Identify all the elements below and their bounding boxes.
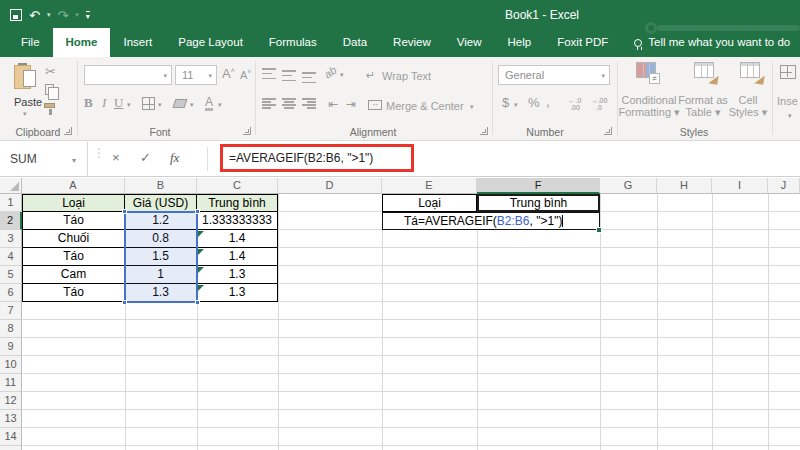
comma-style-button[interactable]: , [546, 93, 550, 109]
decrease-indent-icon[interactable]: ⇤ [328, 97, 338, 111]
column-header-A[interactable]: A [22, 178, 125, 194]
row-header-1[interactable]: 1 [0, 194, 22, 212]
font-color-icon[interactable]: A [205, 96, 213, 111]
format-painter-icon[interactable] [44, 103, 55, 108]
tab-data[interactable]: Data [330, 28, 380, 57]
chevron-down-icon[interactable]: ▾ [208, 72, 212, 80]
cell-A2[interactable]: Táo [22, 212, 125, 230]
tab-help[interactable]: Help [495, 28, 545, 57]
grow-font-button[interactable]: A˄ [222, 66, 235, 81]
borders-dropdown-icon[interactable]: ▾ [158, 101, 162, 109]
font-size-combo[interactable]: 11 ▾ [175, 65, 217, 85]
merge-center-dropdown-icon[interactable]: ▾ [470, 103, 474, 111]
selection-handle[interactable] [122, 209, 127, 214]
cell-A5[interactable]: Cam [22, 266, 125, 284]
fill-handle[interactable] [596, 227, 602, 233]
borders-icon[interactable] [142, 97, 155, 110]
fill-color-dropdown-icon[interactable]: ▾ [190, 101, 194, 109]
selection-handle[interactable] [195, 209, 200, 214]
formula-bar-handle[interactable]: ⋮ [93, 150, 105, 156]
align-bottom-icon[interactable] [302, 72, 316, 83]
number-format-combo[interactable]: General ▾ [498, 65, 610, 85]
align-left-icon[interactable] [262, 98, 276, 109]
alignment-dialog-launcher-icon[interactable] [480, 127, 488, 135]
column-header-I[interactable]: I [712, 178, 768, 194]
cancel-icon[interactable]: × [112, 150, 120, 165]
merge-center-icon[interactable] [368, 100, 382, 110]
cell-C5[interactable]: 1.3 [197, 266, 278, 284]
row-header-9[interactable]: 9 [0, 338, 22, 356]
decrease-decimal-icon[interactable]: →.00 .0 [588, 97, 610, 111]
tab-review[interactable]: Review [380, 28, 444, 57]
paste-label[interactable]: Paste [14, 96, 42, 108]
tab-file[interactable]: File [8, 28, 53, 57]
column-header-B[interactable]: B [125, 178, 197, 194]
format-as-table-button[interactable]: Format asTable ▾ [672, 94, 734, 118]
redo-icon[interactable]: ↷ [57, 9, 68, 22]
enter-icon[interactable]: ✓ [140, 150, 151, 165]
paste-button[interactable] [14, 63, 38, 91]
customize-qat-icon[interactable]: ▾ [86, 11, 90, 20]
column-header-J[interactable]: J [768, 178, 800, 194]
fill-color-icon[interactable] [173, 99, 188, 108]
cell-C2[interactable]: 1.333333333 [197, 212, 278, 230]
cell-C1[interactable]: Trung bình [197, 194, 278, 212]
increase-indent-icon[interactable]: ⇥ [346, 97, 356, 111]
merge-center-label[interactable]: Merge & Center [386, 100, 464, 112]
orientation-dropdown-icon[interactable]: ▾ [340, 71, 344, 79]
cell-A1[interactable]: Loại [22, 194, 125, 212]
row-header-6[interactable]: 6 [0, 284, 22, 302]
selection-handle[interactable] [195, 300, 200, 305]
select-all-button[interactable] [0, 178, 22, 194]
column-header-D[interactable]: D [278, 178, 382, 194]
row-header-2[interactable]: 2 [0, 212, 22, 230]
row-header-14[interactable]: 14 [0, 428, 22, 446]
name-box[interactable]: SUM ▾ [0, 142, 88, 176]
italic-button[interactable]: I [102, 95, 106, 111]
tab-insert[interactable]: Insert [110, 28, 165, 57]
wrap-text-icon[interactable]: ↵ [366, 69, 375, 82]
cell-C6[interactable]: 1.3 [197, 284, 278, 302]
column-header-G[interactable]: G [600, 178, 657, 194]
cell-A3[interactable]: Chuối [22, 230, 125, 248]
save-icon[interactable] [10, 9, 22, 21]
cell-C4[interactable]: 1.4 [197, 248, 278, 266]
worksheet-grid[interactable]: ABCDEFGHIJ123456789101112131415LoạiGiá (… [0, 178, 800, 450]
selected-range-B2-B6[interactable] [124, 211, 198, 303]
row-header-8[interactable]: 8 [0, 320, 22, 338]
currency-button[interactable]: $ [502, 95, 509, 110]
paste-dropdown-icon[interactable]: ▾ [23, 110, 27, 118]
row-header-15[interactable]: 15 [0, 446, 22, 450]
underline-button[interactable]: U [114, 95, 123, 111]
cell-F1[interactable]: Trung bình [477, 194, 600, 212]
selection-handle[interactable] [122, 300, 127, 305]
chevron-down-icon[interactable]: ▾ [601, 72, 605, 80]
shrink-font-button[interactable]: A˅ [240, 68, 251, 81]
underline-dropdown-icon[interactable]: ▾ [127, 101, 131, 109]
align-top-icon[interactable] [262, 68, 276, 79]
cell-editor-F2[interactable]: Tá=AVERAGEIF(B2:B6, ">1") [382, 212, 600, 230]
currency-dropdown-icon[interactable]: ▾ [514, 101, 518, 109]
orientation-icon[interactable]: ab [322, 64, 339, 81]
font-color-dropdown-icon[interactable]: ▾ [218, 101, 222, 109]
chevron-down-icon[interactable]: ▾ [163, 72, 167, 80]
row-header-10[interactable]: 10 [0, 356, 22, 374]
clipboard-dialog-launcher-icon[interactable] [64, 127, 72, 135]
row-header-5[interactable]: 5 [0, 266, 22, 284]
tab-tell-me-what-you-want-to-do[interactable]: Tell me what you want to do [621, 28, 800, 57]
cell-B1[interactable]: Giá (USD) [125, 194, 197, 212]
number-dialog-launcher-icon[interactable] [604, 127, 612, 135]
cell-C3[interactable]: 1.4 [197, 230, 278, 248]
copy-icon[interactable] [45, 84, 54, 95]
insert-button-label[interactable]: Inse [777, 95, 798, 107]
row-header-3[interactable]: 3 [0, 230, 22, 248]
insert-cells-icon[interactable] [780, 65, 796, 79]
tab-formulas[interactable]: Formulas [256, 28, 330, 57]
insert-function-icon[interactable]: fx [170, 150, 179, 166]
bold-button[interactable]: B [84, 95, 93, 111]
tab-foxit-pdf[interactable]: Foxit PDF [544, 28, 621, 57]
wrap-text-label[interactable]: Wrap Text [382, 70, 431, 82]
cell-styles-icon[interactable] [740, 62, 764, 84]
undo-icon[interactable]: ↶ [29, 9, 40, 22]
increase-decimal-icon[interactable]: ←.0 .00 [564, 97, 586, 111]
